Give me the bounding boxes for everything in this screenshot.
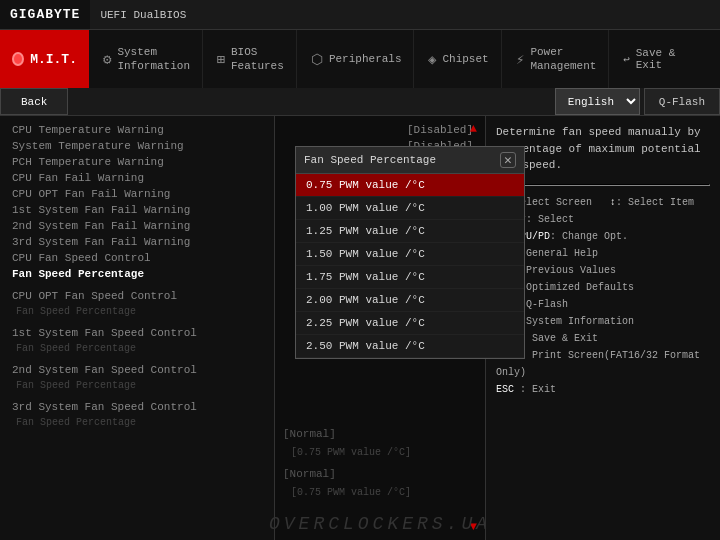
sys2-pct-value: [0.75 PWM value /°C] (291, 447, 411, 458)
bios-features-label: BIOS Features (231, 45, 284, 74)
second-nav: Back English Q-Flash (0, 88, 720, 116)
menu-item-sys3-fan-speed-pct[interactable]: Fan Speed Percentage (8, 415, 266, 430)
mit-tab[interactable]: M.I.T. (0, 30, 89, 88)
watermark: OVERCLOCKERS.UA (269, 514, 491, 534)
key-help-f10: F10 : Save & Exit (496, 330, 710, 347)
menu-item-cpu-opt-speed-pct[interactable]: Fan Speed Percentage (8, 304, 266, 319)
top-bar: GIGABYTE UEFI DualBIOS (0, 0, 720, 30)
setting-value: [Disabled] (407, 124, 473, 136)
key-help-f1: F1 : General Help (496, 245, 710, 262)
menu-item-sys1-fan-fail[interactable]: 1st System Fan Fail Warning (8, 202, 266, 218)
menu-item-sys-temp-warning[interactable]: System Temperature Warning (8, 138, 266, 154)
item-label: 2nd System Fan Speed Control (12, 364, 197, 376)
menu-item-fan-speed-pct[interactable]: Fan Speed Percentage (8, 266, 266, 282)
save-exit-icon: ↩ (623, 53, 630, 66)
dropdown-title-label: Fan Speed Percentage (304, 154, 436, 166)
chipset-label: Chipset (442, 52, 488, 66)
menu-item-sys2-fan-speed-pct[interactable]: Fan Speed Percentage (8, 378, 266, 393)
tab-system-information[interactable]: ⚙ System Information (89, 30, 203, 88)
menu-item-cpu-opt-fan-fail[interactable]: CPU OPT Fan Fail Warning (8, 186, 266, 202)
key-help-enter: Enter: Select (496, 211, 710, 228)
item-label: CPU Fan Fail Warning (12, 172, 144, 184)
help-description: Determine fan speed manually by percenta… (496, 124, 710, 174)
menu-item-sys2-fan-speed[interactable]: 2nd System Fan Speed Control (8, 362, 266, 378)
key-help-f5: F5 : Previous Values (496, 262, 710, 279)
chipset-icon: ◈ (428, 51, 436, 68)
tab-power-management[interactable]: ⚡ Power Management (502, 30, 609, 88)
tab-save-exit[interactable]: ↩ Save & Exit (609, 30, 720, 88)
dropdown-close-button[interactable]: ✕ (500, 152, 516, 168)
menu-item-cpu-temp-warning[interactable]: CPU Temperature Warning (8, 122, 266, 138)
menu-item-sys3-fan-fail[interactable]: 3rd System Fan Fail Warning (8, 234, 266, 250)
dropdown-title-bar: Fan Speed Percentage ✕ (296, 147, 524, 174)
dropdown-option-5[interactable]: 2.00 PWM value /°C (296, 289, 524, 312)
dropdown-option-1[interactable]: 1.00 PWM value /°C (296, 197, 524, 220)
item-label: PCH Temperature Warning (12, 156, 164, 168)
system-info-label: System Information (117, 45, 190, 74)
sys3-pct-value: [0.75 PWM value /°C] (291, 487, 411, 498)
mid-panel: [Disabled] [Disabled] [Disabled] ▲ Fan S… (275, 116, 485, 540)
menu-item-pch-temp-warning[interactable]: PCH Temperature Warning (8, 154, 266, 170)
key-help-esc: ESC : Exit (496, 381, 710, 398)
item-label: Fan Speed Percentage (16, 306, 136, 317)
dropdown-option-0[interactable]: 0.75 PWM value /°C (296, 174, 524, 197)
item-label: CPU Fan Speed Control (12, 252, 151, 264)
qflash-button[interactable]: Q-Flash (644, 88, 720, 115)
key-help-row: ↔: Select Screen ↕: Select Item (496, 194, 710, 211)
main-area: CPU Temperature Warning System Temperatu… (0, 116, 720, 540)
menu-item-cpu-fan-fail[interactable]: CPU Fan Fail Warning (8, 170, 266, 186)
fan-speed-dropdown: Fan Speed Percentage ✕ 0.75 PWM value /°… (295, 146, 525, 359)
peripherals-label: Peripherals (329, 52, 402, 66)
tab-peripherals[interactable]: ⬡ Peripherals (297, 30, 414, 88)
mit-label: M.I.T. (30, 52, 77, 67)
peripherals-icon: ⬡ (311, 51, 323, 68)
back-button[interactable]: Back (0, 88, 68, 115)
menu-item-cpu-opt-speed[interactable]: CPU OPT Fan Speed Control (8, 288, 266, 304)
power-management-label: Power Management (530, 45, 596, 74)
save-exit-label: Save & Exit (636, 47, 706, 71)
item-label: System Temperature Warning (12, 140, 184, 152)
key-help-f7: F7 : Optimized Defaults (496, 279, 710, 296)
mit-dot (12, 52, 24, 66)
item-label: 3rd System Fan Fail Warning (12, 236, 190, 248)
menu-item-sys1-fan-speed-pct[interactable]: Fan Speed Percentage (8, 341, 266, 356)
sys2-value: [Normal] (283, 428, 336, 440)
item-label: Fan Speed Percentage (16, 417, 136, 428)
item-label: 2nd System Fan Fail Warning (12, 220, 190, 232)
key-help-change: +/-/PU/PD: Change Opt. (496, 228, 710, 245)
dropdown-option-2[interactable]: 1.25 PWM value /°C (296, 220, 524, 243)
item-label: Fan Speed Percentage (12, 268, 144, 280)
key-help-f12: F12 : Print Screen(FAT16/32 Format Only) (496, 347, 710, 381)
system-info-icon: ⚙ (103, 51, 111, 68)
dropdown-option-7[interactable]: 2.50 PWM value /°C (296, 335, 524, 358)
tab-bios-features[interactable]: ⊞ BIOS Features (203, 30, 297, 88)
dropdown-option-3[interactable]: 1.50 PWM value /°C (296, 243, 524, 266)
dualbios-label: UEFI DualBIOS (90, 0, 196, 29)
scroll-down-arrow: ▼ (470, 520, 477, 534)
left-panel: CPU Temperature Warning System Temperatu… (0, 116, 275, 540)
dropdown-option-4[interactable]: 1.75 PWM value /°C (296, 266, 524, 289)
dropdown-option-6[interactable]: 2.25 PWM value /°C (296, 312, 524, 335)
setting-row-cpu-temp: [Disabled] (283, 122, 477, 138)
menu-item-sys1-fan-speed[interactable]: 1st System Fan Speed Control (8, 325, 266, 341)
item-label: 1st System Fan Fail Warning (12, 204, 190, 216)
menu-item-sys3-fan-speed[interactable]: 3rd System Fan Speed Control (8, 399, 266, 415)
power-icon: ⚡ (516, 51, 524, 68)
item-label: CPU Temperature Warning (12, 124, 164, 136)
tab-chipset[interactable]: ◈ Chipset (414, 30, 502, 88)
key-help-section: ↔: Select Screen ↕: Select Item Enter: S… (496, 194, 710, 398)
scroll-up-arrow: ▲ (470, 122, 477, 136)
sys3-value: [Normal] (283, 468, 336, 480)
menu-item-sys2-fan-fail[interactable]: 2nd System Fan Fail Warning (8, 218, 266, 234)
nav-tabs: M.I.T. ⚙ System Information ⊞ BIOS Featu… (0, 30, 720, 88)
item-label: Fan Speed Percentage (16, 380, 136, 391)
item-label: Fan Speed Percentage (16, 343, 136, 354)
language-select[interactable]: English (555, 88, 640, 115)
key-help-f9: F9 : System Information (496, 313, 710, 330)
menu-item-cpu-fan-speed[interactable]: CPU Fan Speed Control (8, 250, 266, 266)
item-label: 3rd System Fan Speed Control (12, 401, 197, 413)
item-label: CPU OPT Fan Fail Warning (12, 188, 170, 200)
bios-features-icon: ⊞ (217, 51, 225, 68)
item-label: CPU OPT Fan Speed Control (12, 290, 177, 302)
key-help-f8: F8 : Q-Flash (496, 296, 710, 313)
